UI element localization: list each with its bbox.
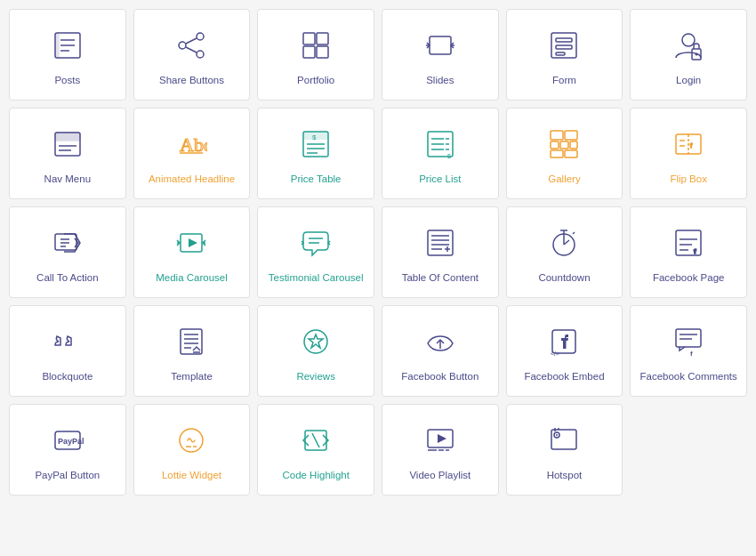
svg-rect-20 xyxy=(556,52,565,55)
nav-menu-label: Nav Menu xyxy=(44,173,91,186)
portfolio-label: Portfolio xyxy=(297,74,334,87)
table-of-content-label: Table Of Content xyxy=(402,271,479,285)
widget-facebook-embed[interactable]: </> Facebook Embed xyxy=(506,305,623,397)
widget-slides[interactable]: Slides xyxy=(382,9,499,101)
widget-reviews[interactable]: Reviews xyxy=(257,305,374,397)
code-highlight-label: Code Highlight xyxy=(282,469,349,482)
widget-form[interactable]: Form xyxy=(506,9,623,101)
posts-icon xyxy=(48,26,87,65)
svg-line-75 xyxy=(564,240,569,245)
hotspot-label: Hotspot xyxy=(547,469,583,482)
paypal-button-label: PayPal Button xyxy=(35,469,100,482)
svg-rect-84 xyxy=(181,329,202,354)
widget-code-highlight[interactable]: Code Highlight xyxy=(257,404,374,496)
svg-point-21 xyxy=(682,34,695,46)
testimonial-carousel-icon xyxy=(296,223,335,262)
svg-text:f: f xyxy=(690,350,693,358)
countdown-label: Countdown xyxy=(538,271,590,285)
blockquote-label: Blockquote xyxy=(42,370,92,383)
reviews-label: Reviews xyxy=(296,370,334,383)
svg-rect-13 xyxy=(317,46,328,58)
svg-point-23 xyxy=(696,53,698,56)
svg-text:f: f xyxy=(690,141,693,149)
svg-point-5 xyxy=(197,33,204,40)
widget-login[interactable]: Login xyxy=(630,9,747,101)
svg-rect-79 xyxy=(676,230,701,255)
facebook-page-icon: f xyxy=(669,223,708,262)
portfolio-icon xyxy=(296,26,335,65)
widget-price-table[interactable]: $ Price Table xyxy=(257,108,374,199)
svg-rect-50 xyxy=(565,150,577,157)
posts-label: Posts xyxy=(54,74,80,87)
svg-rect-46 xyxy=(551,141,559,149)
svg-point-6 xyxy=(179,42,186,49)
widget-facebook-button[interactable]: Facebook Button xyxy=(382,305,499,397)
svg-rect-4 xyxy=(55,33,60,58)
widget-facebook-page[interactable]: f Facebook Page xyxy=(630,206,747,298)
facebook-comments-icon: f xyxy=(669,322,708,361)
form-label: Form xyxy=(552,74,576,87)
svg-rect-56 xyxy=(55,234,76,250)
facebook-comments-label: Facebook Comments xyxy=(640,370,737,383)
svg-line-78 xyxy=(573,232,575,234)
widget-video-playlist[interactable]: Video Playlist xyxy=(382,404,499,496)
widget-blockquote[interactable]: Blockquote xyxy=(9,305,126,397)
widget-countdown[interactable]: Countdown xyxy=(506,206,623,298)
flip-box-icon: f xyxy=(669,125,708,164)
svg-rect-66 xyxy=(428,230,453,255)
share-buttons-label: Share Buttons xyxy=(159,74,224,87)
widget-facebook-comments[interactable]: f Facebook Comments xyxy=(630,305,747,397)
call-to-action-icon xyxy=(48,223,87,262)
svg-line-9 xyxy=(186,47,197,52)
gallery-icon xyxy=(544,125,583,164)
price-list-icon: $ xyxy=(421,125,460,164)
countdown-icon xyxy=(544,223,583,262)
table-of-content-icon xyxy=(421,223,460,262)
widget-table-of-content[interactable]: Table Of Content xyxy=(382,206,499,298)
svg-rect-47 xyxy=(560,141,568,149)
media-carousel-label: Media Carousel xyxy=(156,271,228,285)
call-to-action-label: Call To Action xyxy=(36,271,98,285)
animated-headline-label: Animated Headline xyxy=(149,173,235,186)
media-carousel-icon xyxy=(172,223,211,262)
widget-testimonial-carousel[interactable]: Testimonial Carousel xyxy=(257,206,374,298)
widget-share-buttons[interactable]: Share Buttons xyxy=(133,9,251,101)
widget-animated-headline[interactable]: Abc Animated Headline xyxy=(133,108,251,199)
widget-template[interactable]: Template xyxy=(133,305,251,397)
facebook-embed-label: Facebook Embed xyxy=(524,370,604,383)
widget-posts[interactable]: Posts xyxy=(9,9,126,101)
login-icon xyxy=(669,26,708,65)
form-icon xyxy=(544,26,583,65)
video-playlist-icon xyxy=(421,421,460,460)
widget-media-carousel[interactable]: Media Carousel xyxy=(133,206,251,298)
svg-text:</>: </> xyxy=(551,351,559,357)
widget-call-to-action[interactable]: Call To Action xyxy=(9,206,126,298)
widget-hotspot[interactable]: Hotspot xyxy=(506,404,623,496)
svg-marker-106 xyxy=(438,434,446,443)
svg-rect-48 xyxy=(570,141,577,149)
svg-line-103 xyxy=(312,433,319,447)
svg-marker-90 xyxy=(309,334,323,348)
widget-gallery[interactable]: Gallery xyxy=(506,108,623,199)
svg-text:f: f xyxy=(694,247,696,255)
svg-text:PayPal: PayPal xyxy=(58,437,84,446)
video-playlist-label: Video Playlist xyxy=(409,469,470,482)
animated-headline-icon: Abc xyxy=(172,125,211,164)
widget-paypal-button[interactable]: PayPal PayPal Button xyxy=(9,404,126,496)
gallery-label: Gallery xyxy=(548,173,580,186)
widget-flip-box[interactable]: f Flip Box xyxy=(630,108,747,199)
facebook-embed-icon: </> xyxy=(544,322,583,361)
widget-lottie-widget[interactable]: Lottie Widget xyxy=(133,404,251,496)
template-icon xyxy=(172,322,211,361)
template-label: Template xyxy=(171,370,213,383)
widget-price-list[interactable]: $ Price List xyxy=(382,108,499,199)
svg-text:$: $ xyxy=(312,133,317,141)
flip-box-label: Flip Box xyxy=(670,173,707,186)
widget-nav-menu[interactable]: Nav Menu xyxy=(9,108,126,199)
widget-portfolio[interactable]: Portfolio xyxy=(257,9,374,101)
code-highlight-icon xyxy=(296,421,335,460)
facebook-page-label: Facebook Page xyxy=(653,271,725,285)
facebook-button-label: Facebook Button xyxy=(401,370,479,383)
svg-point-7 xyxy=(197,51,204,58)
testimonial-carousel-label: Testimonial Carousel xyxy=(269,271,364,285)
